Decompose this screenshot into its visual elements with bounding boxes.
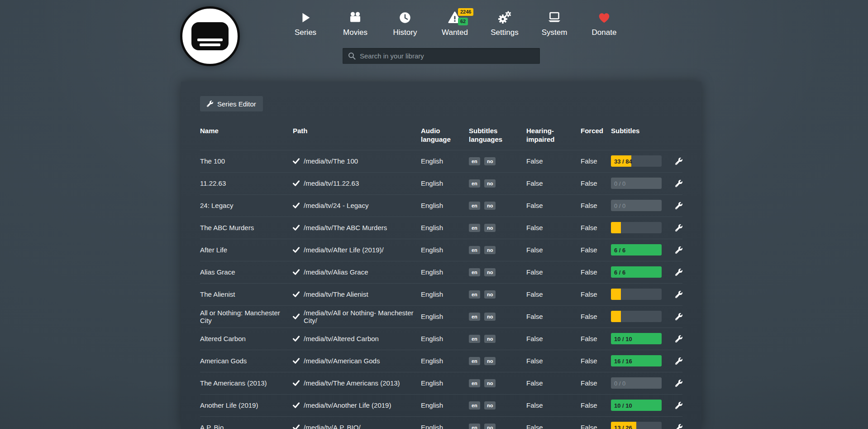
series-path: /media/tv/A.P. BIO/ <box>304 424 361 429</box>
audio-language-value: English <box>421 268 469 276</box>
wrench-icon <box>675 180 682 187</box>
edit-series-button[interactable] <box>675 424 682 429</box>
edit-series-button[interactable] <box>675 380 682 387</box>
check-icon <box>293 202 300 209</box>
progress-label: 0 / 0 <box>614 380 625 386</box>
audio-language-value: English <box>421 179 469 187</box>
edit-series-button[interactable] <box>675 291 682 298</box>
subtitles-progress-bar: 10 / 10 <box>611 400 662 411</box>
series-name-link[interactable]: All or Nothing: Manchester City <box>200 309 293 324</box>
check-icon <box>293 224 300 231</box>
language-badge: no <box>484 424 496 429</box>
series-path: /media/tv/11.22.63 <box>304 179 359 187</box>
table-row: The Americans (2013) /media/tv/The Ameri… <box>200 372 682 394</box>
series-name-link[interactable]: Altered Carbon <box>200 335 293 342</box>
series-path-cell: /media/tv/American Gods <box>293 357 421 365</box>
progress-fill <box>611 289 621 300</box>
edit-series-button[interactable] <box>675 202 682 209</box>
series-name-link[interactable]: A.P. Bio <box>200 424 293 429</box>
series-editor-button[interactable]: Series Editor <box>200 96 263 111</box>
search-input[interactable] <box>360 52 534 60</box>
check-icon <box>293 335 300 342</box>
series-name-link[interactable]: 11.22.63 <box>200 179 293 187</box>
series-name-link[interactable]: After Life <box>200 246 293 254</box>
series-name-link[interactable]: The 100 <box>200 157 293 165</box>
series-path-cell: /media/tv/Another Life (2019) <box>293 401 421 409</box>
series-name-link[interactable]: American Gods <box>200 357 293 365</box>
forced-value: False <box>581 313 611 320</box>
subtitles-progress-bar: 6 / 6 <box>611 266 662 278</box>
language-badge: en <box>469 179 480 188</box>
nav-history-label: History <box>393 28 417 37</box>
edit-series-button[interactable] <box>675 180 682 187</box>
header-name: Name <box>200 127 293 135</box>
subtitles-progress-cell: 0 / 0 <box>611 200 662 211</box>
wanted-badges: 2246 62 <box>458 8 473 25</box>
series-name-link[interactable]: Alias Grace <box>200 268 293 276</box>
bazarr-page: Series Movies History <box>0 0 868 429</box>
forced-value: False <box>581 357 611 365</box>
series-name-link[interactable]: The Americans (2013) <box>200 379 293 387</box>
wrench-icon <box>207 101 213 107</box>
subtitles-progress-cell: 0 / 0 <box>611 178 662 189</box>
check-icon <box>293 291 300 298</box>
edit-series-button[interactable] <box>675 269 682 276</box>
check-icon <box>293 313 300 320</box>
nav-movies[interactable]: Movies <box>330 9 380 37</box>
check-icon <box>293 158 300 164</box>
nav-history[interactable]: History <box>380 9 430 37</box>
series-path: /media/tv/The Alienist <box>304 290 368 298</box>
nav-series[interactable]: Series <box>281 9 330 37</box>
audio-language-value: English <box>421 290 469 298</box>
app-logo[interactable] <box>180 6 240 66</box>
nav-series-label: Series <box>295 28 316 37</box>
language-badge: en <box>469 335 480 343</box>
subtitle-box-icon <box>191 22 229 50</box>
edit-series-button[interactable] <box>675 158 682 165</box>
subtitles-progress-cell: 6 / 6 <box>611 266 662 278</box>
progress-label: 6 / 6 <box>614 269 625 275</box>
main-nav: Series Movies History <box>281 9 629 37</box>
series-name-link[interactable]: 24: Legacy <box>200 202 293 209</box>
language-badge: no <box>484 179 496 188</box>
nav-settings[interactable]: Settings <box>480 9 529 37</box>
subtitles-progress-bar <box>611 222 662 233</box>
subtitles-languages-cell: en no <box>469 223 526 232</box>
nav-donate[interactable]: Donate <box>579 9 629 37</box>
hearing-impaired-value: False <box>526 157 581 165</box>
series-path: /media/tv/Another Life (2019) <box>304 401 391 409</box>
nav-system[interactable]: System <box>529 9 579 37</box>
progress-label: 33 / 84 <box>614 158 632 164</box>
forced-value: False <box>581 179 611 187</box>
subtitles-progress-cell: 13 / 26 <box>611 422 662 429</box>
series-path: /media/tv/All or Nothing- Manchester Cit… <box>304 309 416 324</box>
header-audio-language: Audio language <box>421 127 469 144</box>
hearing-impaired-value: False <box>526 202 581 209</box>
subtitles-languages-cell: en no <box>469 312 526 321</box>
subtitles-progress-bar: 0 / 0 <box>611 200 662 211</box>
series-path-cell: /media/tv/The 100 <box>293 157 421 165</box>
subtitles-progress-bar <box>611 311 662 322</box>
series-name-link[interactable]: Another Life (2019) <box>200 401 293 409</box>
progress-fill <box>611 222 621 233</box>
nav-wanted[interactable]: Wanted 2246 62 <box>430 9 480 37</box>
edit-series-button[interactable] <box>675 357 682 365</box>
hearing-impaired-value: False <box>526 401 581 409</box>
series-name-link[interactable]: The Alienist <box>200 290 293 298</box>
language-badge: en <box>469 379 480 387</box>
edit-series-button[interactable] <box>675 335 682 342</box>
check-icon <box>293 380 300 386</box>
language-badge: no <box>484 157 496 165</box>
series-panel: Series Editor Name Path Audio language S… <box>181 82 701 429</box>
hearing-impaired-value: False <box>526 290 581 298</box>
header-hearing-impaired: Hearing-impaired <box>526 127 581 144</box>
series-name-link[interactable]: The ABC Murders <box>200 224 293 231</box>
series-path-cell: /media/tv/The ABC Murders <box>293 224 421 231</box>
series-path-cell: /media/tv/A.P. BIO/ <box>293 424 421 429</box>
edit-series-button[interactable] <box>675 313 682 320</box>
subtitles-progress-cell: 10 / 10 <box>611 333 662 344</box>
edit-series-button[interactable] <box>675 402 682 409</box>
edit-series-button[interactable] <box>675 224 682 231</box>
check-icon <box>293 246 300 253</box>
edit-series-button[interactable] <box>675 246 682 254</box>
